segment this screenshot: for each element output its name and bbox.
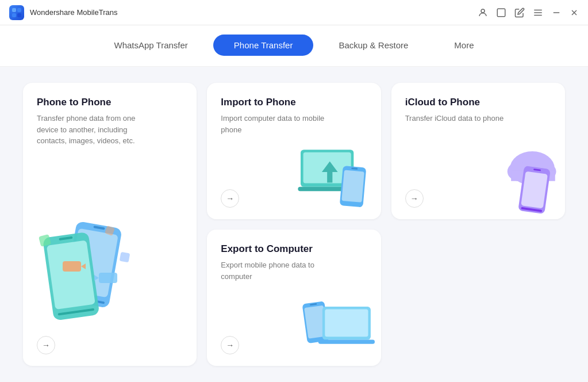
phone-to-phone-illustration	[31, 209, 157, 342]
title-bar: Wondershare MobileTrans	[0, 0, 588, 25]
title-bar-left: Wondershare MobileTrans	[9, 5, 117, 20]
svg-point-4	[481, 9, 485, 13]
card-export-arrow[interactable]: →	[221, 336, 239, 354]
card-icloud-arrow[interactable]: →	[405, 189, 424, 208]
card-phone-to-phone[interactable]: Phone to Phone Transfer phone data from …	[23, 83, 197, 366]
card-export-to-computer[interactable]: Export to Computer Export mobile phone d…	[207, 230, 381, 366]
export-illustration	[292, 294, 378, 360]
card-icloud-title: iCloud to Phone	[405, 97, 551, 108]
svg-rect-0	[12, 8, 16, 12]
navigation-bar: WhatsApp Transfer Phone Transfer Backup …	[0, 25, 588, 67]
svg-rect-20	[63, 261, 81, 272]
menu-icon[interactable]	[533, 7, 543, 18]
nav-phone-transfer[interactable]: Phone Transfer	[213, 35, 314, 56]
card-import-title: Import to Phone	[221, 97, 367, 108]
card-import-desc: Import computer data to mobile phone	[221, 113, 336, 135]
account-icon[interactable]	[478, 7, 488, 18]
app-title: Wondershare MobileTrans	[30, 8, 117, 17]
icloud-illustration	[476, 144, 562, 213]
import-illustration	[292, 144, 378, 213]
svg-rect-49	[325, 310, 368, 337]
close-button[interactable]	[570, 8, 579, 17]
svg-rect-50	[318, 340, 374, 344]
svg-rect-3	[17, 13, 21, 17]
nav-whatsapp-transfer[interactable]: WhatsApp Transfer	[93, 35, 208, 56]
nav-backup-restore[interactable]: Backup & Restore	[318, 35, 429, 56]
card-import-to-phone[interactable]: Import to Phone Import computer data to …	[207, 83, 381, 219]
svg-rect-22	[99, 273, 117, 283]
svg-rect-1	[17, 8, 21, 12]
card-icloud-desc: Transfer iCloud data to phone	[405, 113, 520, 124]
svg-rect-2	[12, 13, 16, 17]
card-export-desc: Export mobile phone data to computer	[221, 259, 336, 282]
svg-rect-25	[120, 252, 130, 263]
app-icon	[9, 5, 24, 20]
card-export-title: Export to Computer	[221, 243, 367, 255]
card-phone-to-phone-title: Phone to Phone	[37, 97, 183, 108]
svg-rect-32	[341, 170, 364, 203]
main-content: Phone to Phone Transfer phone data from …	[0, 67, 588, 382]
card-import-arrow[interactable]: →	[221, 189, 239, 208]
nav-more[interactable]: More	[433, 35, 494, 56]
window-controls	[478, 7, 579, 18]
edit-icon[interactable]	[514, 7, 525, 18]
svg-rect-5	[497, 9, 505, 17]
card-icloud-to-phone[interactable]: iCloud to Phone Transfer iCloud data to …	[391, 83, 565, 219]
svg-rect-41	[521, 171, 548, 209]
window-icon[interactable]	[496, 7, 506, 18]
minimize-button[interactable]	[551, 7, 562, 18]
card-phone-to-phone-desc: Transfer phone data from one device to a…	[37, 113, 152, 147]
